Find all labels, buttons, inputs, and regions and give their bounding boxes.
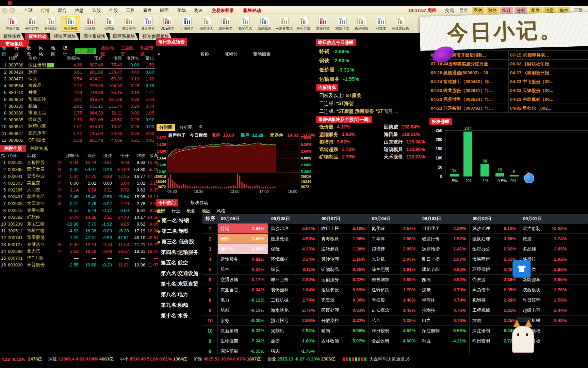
ranking-cell[interactable]: 生物疫苗-7.24% [217,336,268,346]
menu-item-9[interactable]: 显隐 [173,7,190,14]
ranking-cell[interactable]: 青海板块1.58% [318,234,369,244]
sector-tab-0[interactable]: 板块指数 [0,33,24,40]
sector-tab-3[interactable]: 国企系板块 [80,33,109,40]
tab-intraday-chart[interactable]: 分时图 [157,124,175,131]
toolbar-hs-quotes[interactable]: 沪深行情 [3,16,22,32]
ranking-cell[interactable]: 壳资源2.36% [469,275,520,285]
ranking-cell[interactable]: 电力0.70% [419,316,469,325]
tab-linked-news[interactable]: 关联资讯 [26,145,52,152]
table-row[interactable]: 10880941跨境电商 ·1.61874.1013.810.260.90 [0,123,155,130]
menu-item-3[interactable]: 信息 [71,7,88,14]
gear-icon[interactable]: ⚙ [199,124,203,131]
table-row[interactable]: 1880788深注册制4.16887.4675.40-0.091.59 [0,62,155,68]
hot-rank-item[interactable]: 第四名:运输服务 [157,249,198,260]
tab-sector-moves[interactable]: 板块异动 [191,200,208,206]
yesterday-row[interactable]: 钢铁-2.60% [319,58,359,67]
ranking-cell[interactable]: 多晶硅3.69% [520,244,570,254]
table-row[interactable]: 12880802QFII重仓1.38951.4840.090.210.91 [0,137,155,143]
ranking-cell[interactable]: 拟增持2.28% [469,295,520,305]
ranking-cell[interactable]: 半导体0.79% [419,295,469,305]
ranking-cell[interactable]: 食品饮料-4.60% [369,336,419,346]
toolbar-sector-index[interactable]: 板块指数 [352,16,371,32]
toolbar-hk-quotes[interactable]: 港股行情 [313,16,332,32]
menu-chip-4[interactable]: 统计 [500,7,513,14]
date-header[interactable]: 09月04日 [369,214,419,223]
sector-name[interactable]: 元器件 [270,133,283,138]
table-row[interactable]: 9880835绩优股1.70601.0543.600.250.92 [0,116,155,123]
index-quote[interactable]: 深证 12866.4 4.63 0.04% 4683亿 [48,356,114,362]
menu-item-1[interactable]: 行情 [37,7,54,14]
ranking-cell[interactable]: 旅游-1.80% [268,336,318,346]
ranking-row[interactable]: 9船舶-0.13%海水淡化2.77%医废处理0.33%ETC概念1.43%拟增持… [202,305,588,316]
ranking-row[interactable]: 1特钢1.84%风沙治理5.51%昨日上榜5.10%氮化镓4.57%日用化工2.… [202,224,588,234]
table-row[interactable]: 5880710种业 ·2.09718.8635.150.181.27 [0,89,155,96]
menu-item-5[interactable]: 个股 [105,7,122,14]
ranking-cell[interactable]: 深注册制-6.56% [419,326,469,336]
forward-button[interactable] [10,8,15,13]
toolbar-strong-stocks[interactable]: 强势股 [100,16,119,32]
ranking-cell[interactable]: 深注册制10.22% [520,224,570,233]
ranking-cell[interactable]: 风沙治理1.16% [318,254,369,264]
table-row[interactable]: 2000895双汇发展R-0.4254.07-0.2354.9054.3055.… [0,166,159,173]
table-row[interactable]: 6880854预高送转 ·2.07916.74221.690.381.04 [0,96,155,103]
news-item[interactable]: 05-26 纵横通信(603602)：20... [429,68,509,77]
ranking-cell[interactable]: 矿物制品0.76% [318,264,369,274]
ranking-cell[interactable]: 煤炭3.11% [268,264,318,274]
ranking-cell[interactable]: 日用化工2.29% [419,224,469,233]
ranking-cell[interactable]: 煤炭0.79% [419,285,469,295]
money-sector-row[interactable]: 拟增持3.62% [319,139,355,147]
ranking-cell[interactable]: 亏损股1.46% [369,295,419,305]
ranking-cell[interactable]: 低价股0.84% [217,244,268,254]
menu-chip-1[interactable]: 导览 [457,7,470,14]
toolbar-active-stocks[interactable]: 活跃股 [80,16,100,32]
tab-analysis-chart[interactable]: 分析图 [177,124,195,131]
date-header[interactable]: 09月07日 [318,214,369,223]
hot-rank-item[interactable]: 第十名:水务 [157,312,198,323]
menu-item-7[interactable]: 看盘 [139,7,156,14]
ranking-cell[interactable]: 昨日上榜5.10% [318,224,369,233]
decision-channel-label[interactable]: 大盘即时决策通道16 [369,356,409,362]
hot-rank-item[interactable]: ◆第一名:特钢 [157,217,198,228]
index-quote[interactable]: 沪深 4615.53 30.94 0.67% 1807亿 [193,356,261,362]
toolbar-capital-game[interactable]: 资金博弈 [138,16,158,32]
table-row[interactable]: 3880473保险2.54434.2160.300.131.10 [0,75,155,82]
ranking-row[interactable]: 3低价股0.84%保险4.33%送转超跌1.28%拟增持2.05%次新预增1.4… [202,244,588,254]
date-header[interactable]: 09月03日 [419,214,470,223]
news-item[interactable]: 04-23 完美世界（002624）年... [429,95,509,104]
menu-item-4[interactable]: 选股 [88,7,105,14]
ranking-cell[interactable]: 种业-4.21% [419,336,469,346]
date-header[interactable]: 09月01日 [520,214,570,223]
ranking-cell[interactable]: 酿酒0.92% [419,275,469,285]
ranking-cell[interactable]: 运输服务0.81% [217,254,268,264]
ranking-cell[interactable]: 绿色照明1.91% [369,264,419,274]
sector-tab-1[interactable]: 板块轮动 [25,33,50,40]
toolbar-my-watchlist[interactable]: 我的自选 [235,16,255,32]
ranking-cell[interactable]: 次新预增-8.33% [217,326,268,336]
table-row[interactable]: 14600598北大荒R2.6218.790.4818.3718.3119.07 [0,248,159,255]
index-quote[interactable]: 创业 2515.13 -8.27 -0.33% 2505亿 [267,356,335,362]
ranking-cell[interactable]: 光刻机2.03% [369,254,419,264]
menu-item-6[interactable]: 工具 [122,7,139,14]
news-item[interactable]: 04-23 天铁股份（30... [509,86,588,95]
menu-chip-6[interactable]: 复盘 [529,7,542,14]
ranking-cell[interactable] [318,346,369,354]
ranking-cell[interactable]: 陕西板块2.76% [520,285,570,295]
toolbar-intraday-trend[interactable]: 分时趋势 [22,16,42,32]
ranking-cell[interactable]: 水务-0.20% [217,316,268,325]
ranking-cell[interactable]: 融资增加1.85% [369,275,419,285]
ranking-cell[interactable]: 装饰园林2.84% [268,285,318,295]
news-item[interactable]: 04-23 锋龙股份（002931）年... [429,86,509,95]
news-item[interactable]: 04-23 中欣氟材（00... [509,95,588,104]
toolbar-repo[interactable]: 国债逆回购 [391,16,410,32]
ranking-cell[interactable]: 工程机械2.25% [469,305,520,315]
ranking-cell[interactable]: 船舶-0.13% [217,305,268,315]
ranking-cell[interactable]: 半导体2.86% [369,234,419,244]
ranking-cell[interactable]: 氮化镓4.57% [369,224,419,233]
money-sector-row[interactable]: 运输服务3.93% [319,132,355,139]
ranking-cell[interactable]: 特钢1.84% [217,224,268,233]
money-stock-row[interactable]: 瑞鹄模具110.90% [384,147,425,154]
ranking-cell[interactable]: 预计扭亏2.68% [268,316,318,325]
hot-rank-item[interactable]: 第七名:东亚自贸 [157,281,198,291]
ranking-cell[interactable]: 超级电容2.44% [520,305,570,315]
ranking-cell[interactable]: 深注册制-6.55% [217,346,268,354]
